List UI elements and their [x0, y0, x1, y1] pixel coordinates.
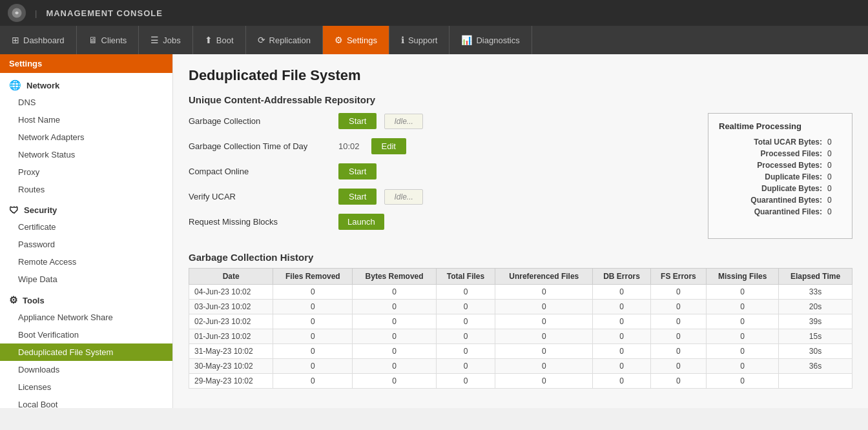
table-cell: 02-Jun-23 10:02: [189, 314, 273, 329]
table-cell: 0: [495, 300, 593, 314]
table-cell: 0: [593, 359, 650, 374]
sidebar-item-dedup-file-system[interactable]: Deduplicated File System: [0, 343, 172, 361]
nav-replication[interactable]: ⟳ Replication: [246, 26, 323, 54]
sidebar-item-wipe-data[interactable]: Wipe Data: [0, 271, 172, 288]
table-cell: 0: [436, 285, 495, 300]
table-cell: 0: [495, 285, 593, 300]
divider: |: [35, 8, 37, 18]
realtime-val-1: 0: [822, 149, 842, 158]
tools-icon: ⚙: [9, 294, 17, 306]
sidebar-item-proxy[interactable]: Proxy: [0, 163, 172, 181]
missing-label: Request Missing Blocks: [189, 217, 331, 227]
table-cell: 31-May-23 10:02: [189, 344, 273, 359]
sidebar-tools-section: ⚙ Tools: [0, 288, 172, 309]
network-section-label: Network: [26, 81, 59, 90]
table-cell: 0: [593, 329, 650, 344]
table-cell: 0: [353, 285, 437, 300]
nav-settings[interactable]: ⚙ Settings: [323, 26, 389, 54]
table-cell: 0: [593, 300, 650, 314]
compact-start-button[interactable]: Start: [338, 163, 377, 179]
ucar-section-title: Unique Content-Addressable Repository: [189, 94, 852, 105]
table-cell: 0: [495, 374, 593, 389]
table-row: 04-Jun-23 10:02000000033s: [189, 285, 852, 300]
realtime-box: Realtime Processing Total UCAR Bytes: 0 …: [708, 113, 852, 239]
table-cell: 0: [353, 300, 437, 314]
action-garbage-collection: Garbage Collection Start Idle...: [189, 113, 695, 129]
sidebar-item-certificate[interactable]: Certificate: [0, 218, 172, 236]
sidebar-item-remote-access[interactable]: Remote Access: [0, 253, 172, 271]
main-content: Deduplicated File System Unique Content-…: [173, 54, 868, 408]
replication-icon: ⟳: [258, 35, 265, 45]
table-cell: 0: [436, 344, 495, 359]
table-cell: 0: [273, 344, 353, 359]
boot-icon: ⬆: [205, 35, 212, 45]
table-cell: 0: [273, 359, 353, 374]
th-missing-files: Missing Files: [707, 269, 779, 285]
nav-clients-label: Clients: [101, 36, 127, 45]
jobs-icon: ☰: [150, 35, 159, 45]
security-icon: 🛡: [9, 205, 19, 216]
nav-diagnostics-label: Diagnostics: [476, 36, 519, 45]
th-unreferenced: Unreferenced Files: [495, 269, 593, 285]
nav-clients[interactable]: 🖥 Clients: [77, 26, 140, 54]
sidebar-item-licenses[interactable]: Licenses: [0, 378, 172, 396]
table-cell: 36s: [779, 359, 852, 374]
table-header-row: Date Files Removed Bytes Removed Total F…: [189, 269, 852, 285]
table-cell: 0: [353, 359, 437, 374]
gc-time-value: 10:02: [338, 141, 360, 151]
gc-status: Idle...: [384, 114, 422, 129]
table-cell: 03-Jun-23 10:02: [189, 300, 273, 314]
table-cell: 0: [273, 285, 353, 300]
verify-status: Idle...: [384, 189, 422, 205]
realtime-row-4: Duplicate Bytes: 0: [719, 184, 842, 193]
table-cell: 04-Jun-23 10:02: [189, 285, 273, 300]
sidebar-item-hostname[interactable]: Host Name: [0, 111, 172, 128]
actions-column: Garbage Collection Start Idle... Garbage…: [189, 113, 695, 239]
table-cell: 0: [273, 374, 353, 389]
gc-start-button[interactable]: Start: [338, 113, 377, 129]
sidebar-item-network-status[interactable]: Network Status: [0, 146, 172, 163]
gc-time-label: Garbage Collection Time of Day: [189, 141, 331, 151]
sidebar-item-routes[interactable]: Routes: [0, 181, 172, 198]
table-cell: 0: [495, 344, 593, 359]
missing-launch-button[interactable]: Launch: [338, 214, 384, 230]
table-cell: 0: [650, 374, 707, 389]
sidebar-item-boot-verification[interactable]: Boot Verification: [0, 326, 172, 343]
table-cell: 0: [707, 359, 779, 374]
table-row: 01-Jun-23 10:02000000015s: [189, 329, 852, 344]
sidebar-item-downloads[interactable]: Downloads: [0, 361, 172, 378]
sidebar-item-appliance-network-share[interactable]: Appliance Network Share: [0, 309, 172, 326]
realtime-row-6: Quarantined Files: 0: [719, 207, 842, 216]
table-cell: 0: [707, 374, 779, 389]
gc-history-title: Garbage Collection History: [189, 252, 852, 263]
table-cell: [779, 374, 852, 389]
sidebar-security-section: 🛡 Security: [0, 198, 172, 218]
sidebar: Settings 🌐 Network DNS Host Name Network…: [0, 54, 173, 408]
table-cell: 0: [353, 329, 437, 344]
table-row: 30-May-23 10:02000000036s: [189, 359, 852, 374]
table-cell: 0: [436, 359, 495, 374]
sidebar-item-local-boot[interactable]: Local Boot: [0, 396, 172, 408]
nav-jobs[interactable]: ☰ Jobs: [139, 26, 192, 54]
realtime-val-0: 0: [822, 138, 842, 147]
nav-bar: ⊞ Dashboard 🖥 Clients ☰ Jobs ⬆ Boot ⟳ Re…: [0, 26, 868, 54]
gc-time-edit-button[interactable]: Edit: [371, 138, 406, 154]
table-cell: 0: [650, 314, 707, 329]
diagnostics-icon: 📊: [461, 35, 472, 45]
sidebar-item-password[interactable]: Password: [0, 236, 172, 253]
table-cell: 0: [436, 374, 495, 389]
nav-boot[interactable]: ⬆ Boot: [193, 26, 246, 54]
verify-start-button[interactable]: Start: [338, 189, 377, 205]
nav-dashboard[interactable]: ⊞ Dashboard: [0, 26, 77, 54]
realtime-val-6: 0: [822, 207, 842, 216]
th-db-errors: DB Errors: [593, 269, 650, 285]
gc-label: Garbage Collection: [189, 116, 331, 126]
realtime-key-3: Duplicate Files:: [719, 172, 822, 181]
nav-diagnostics[interactable]: 📊 Diagnostics: [450, 26, 532, 54]
nav-support[interactable]: ℹ Support: [389, 26, 450, 54]
table-cell: 0: [707, 285, 779, 300]
sidebar-item-network-adapters[interactable]: Network Adapters: [0, 128, 172, 146]
realtime-val-2: 0: [822, 161, 842, 170]
sidebar-item-dns[interactable]: DNS: [0, 94, 172, 111]
sidebar-settings-bar: Settings: [0, 54, 172, 73]
